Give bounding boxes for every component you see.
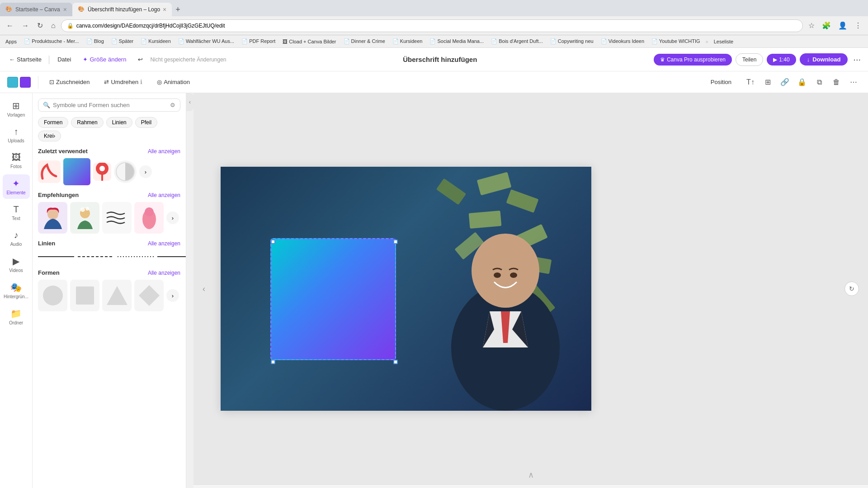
bookmark-produktsuche[interactable]: 📄 Produktsuche - Mer... (22, 38, 81, 45)
recent-item-3[interactable] (93, 163, 111, 181)
rotate-right-btn[interactable]: ↻ (844, 282, 859, 296)
copy-icon[interactable]: ⧉ (812, 75, 826, 89)
bookmark-spaeter[interactable]: 📄 Später (109, 38, 135, 45)
filter-icon[interactable]: ⚙ (170, 102, 175, 108)
tag-kreis[interactable]: Krei› (38, 131, 61, 141)
sidebar-item-ordner[interactable]: 📁 Ordner (3, 305, 30, 329)
recent-item-2[interactable] (63, 158, 90, 185)
tab1-close[interactable]: × (63, 6, 67, 13)
shape-diamond[interactable] (134, 280, 164, 311)
new-tab-button[interactable]: + (172, 3, 184, 16)
sidebar-item-videos[interactable]: ▶ Videos (3, 252, 30, 277)
scroll-left-btn[interactable]: ‹ (203, 284, 205, 294)
bookmark-apps[interactable]: Apps (4, 38, 19, 45)
selection-handle-tr[interactable] (393, 239, 398, 244)
bookmark-videokurs[interactable]: 📄 Videokurs Ideen (599, 38, 646, 45)
bookmark-star-btn[interactable]: ☆ (806, 19, 817, 32)
more-options-button[interactable]: ··· (851, 52, 863, 66)
canvas-container[interactable]: ‹ (193, 93, 868, 484)
bookmark-blog[interactable]: 📄 Blog (85, 38, 106, 45)
tag-rahmen[interactable]: Rahmen (71, 117, 103, 128)
canvas-page[interactable]: ↻ (221, 167, 591, 411)
line-arrow[interactable] (157, 250, 186, 263)
shape-circle[interactable] (38, 280, 67, 311)
bookmark-cload[interactable]: 🖼 Cload + Canva Bilder (281, 38, 338, 45)
scroll-bottom-btn[interactable]: ∧ (528, 470, 534, 480)
tag-pfeil[interactable]: Pfeil (135, 117, 157, 128)
sidebar-item-text[interactable]: T Text (3, 201, 30, 225)
recent-item-4[interactable] (114, 160, 137, 183)
back-button[interactable]: ← (4, 20, 16, 32)
rec-item-4[interactable] (134, 202, 164, 234)
refresh-button[interactable]: ↻ (34, 19, 46, 32)
recent-item-1[interactable] (38, 160, 61, 183)
file-menu[interactable]: Datei (53, 54, 75, 65)
bookmark-social[interactable]: 📄 Social Media Mana... (428, 38, 486, 45)
selection-handle-tl[interactable] (271, 239, 275, 244)
undo-icon[interactable]: ↩ (133, 54, 147, 65)
bookmark-youtube[interactable]: 📄 Youtube WICHTIG (650, 38, 702, 45)
profile-btn[interactable]: 👤 (835, 19, 850, 32)
settings-btn[interactable]: ⋮ (852, 19, 864, 32)
bookmark-leseliste[interactable]: Leseliste (712, 38, 735, 45)
gradient-rectangle[interactable] (270, 238, 396, 360)
rec-item-2[interactable] (70, 202, 99, 234)
search-input[interactable] (53, 102, 167, 108)
swatch-teal[interactable] (7, 77, 18, 88)
bookmark-bois[interactable]: 📄 Bois d'Argent Duft... (489, 38, 545, 45)
rec-item-chevron[interactable]: › (166, 211, 179, 224)
selection-handle-br[interactable] (393, 360, 398, 364)
align-icon[interactable]: ⊞ (760, 75, 775, 89)
shapes-see-all[interactable]: Alle anzeigen (148, 270, 180, 276)
line-dotted[interactable] (118, 250, 154, 263)
extensions-btn[interactable]: 🧩 (819, 19, 834, 32)
bookmark-kursideen2[interactable]: 📄 Kursideen (391, 38, 425, 45)
rec-item-1[interactable] (38, 202, 67, 234)
flip-button[interactable]: ⇄ Umdrehen ℹ (100, 77, 146, 87)
canva-pro-button[interactable]: ♛ Canva Pro ausprobieren (654, 54, 732, 66)
browser-tab-active[interactable]: 🎨 Überschrift hinzufügen – Logo × (72, 3, 172, 16)
line-solid[interactable] (38, 250, 74, 263)
recent-item-chevron[interactable]: › (139, 165, 152, 178)
selection-handle-bl[interactable] (271, 360, 275, 364)
shapes-chevron[interactable]: › (166, 289, 179, 302)
bookmark-wahlfaecher[interactable]: 📄 Wahlfächer WU Aus... (176, 38, 236, 45)
sidebar-item-fotos[interactable]: 🖼 Fotos (3, 149, 30, 173)
tag-linien[interactable]: Linien (106, 117, 132, 128)
bookmark-dinner[interactable]: 📄 Dinner & Crime (342, 38, 387, 45)
home-button[interactable]: ⌂ (48, 20, 58, 32)
sidebar-item-audio[interactable]: ♪ Audio (3, 226, 30, 250)
position-button[interactable]: Position (706, 77, 736, 87)
play-button[interactable]: ▶ 1:40 (767, 54, 796, 66)
crop-button[interactable]: ⊡ Zuschneiden (46, 77, 93, 87)
sidebar-item-vorlagen[interactable]: ⊞ Vorlagen (3, 97, 30, 121)
share-button[interactable]: Teilen (736, 53, 763, 66)
swatch-purple[interactable] (20, 77, 31, 88)
bookmark-kursideen1[interactable]: 📄 Kursideen (139, 38, 173, 45)
tag-formen[interactable]: Formen (38, 117, 68, 128)
recommendations-see-all[interactable]: Alle anzeigen (148, 192, 180, 198)
search-bar[interactable]: 🔍 ⚙ (38, 99, 180, 112)
animation-button[interactable]: ◎ Animation (153, 77, 193, 87)
sidebar-item-elemente[interactable]: ✦ Elemente (3, 174, 30, 199)
resize-menu[interactable]: ✦ Größe ändern (78, 54, 131, 65)
browser-tab-inactive[interactable]: 🎨 Startseite – Canva × (0, 3, 72, 16)
address-input[interactable] (76, 23, 797, 29)
shape-square[interactable] (70, 280, 99, 311)
sidebar-item-uploads[interactable]: ↑ Uploads (3, 123, 30, 147)
rec-item-3[interactable] (102, 202, 132, 234)
lock-icon2[interactable]: 🔒 (795, 75, 809, 89)
recently-used-see-all[interactable]: Alle anzeigen (148, 148, 180, 155)
link-icon[interactable]: 🔗 (778, 75, 792, 89)
download-button[interactable]: ↓ Download (800, 53, 848, 66)
sidebar-item-hintergruende[interactable]: 🎭 Hintergrün... (3, 278, 30, 303)
line-dashed[interactable] (78, 250, 114, 263)
trash-icon[interactable]: 🗑 (829, 75, 844, 89)
shape-triangle[interactable] (102, 280, 132, 311)
forward-button[interactable]: → (19, 20, 32, 32)
home-btn[interactable]: ← Startseite (5, 54, 45, 65)
bookmark-pdf[interactable]: 📄 PDF Report (240, 38, 277, 45)
lines-see-all[interactable]: Alle anzeigen (148, 240, 180, 247)
more-options-icon[interactable]: ⋯ (846, 75, 861, 89)
tab2-close[interactable]: × (163, 6, 166, 13)
